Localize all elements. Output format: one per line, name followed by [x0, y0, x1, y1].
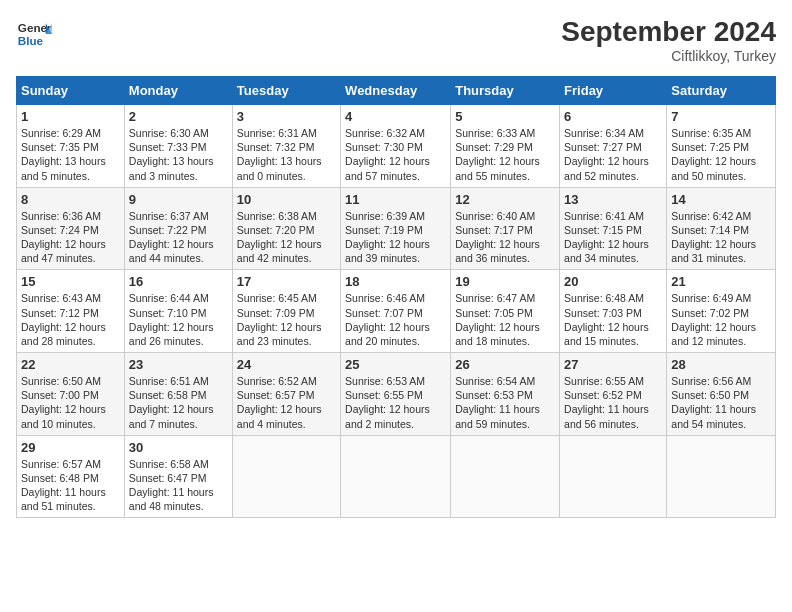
day-info: Sunrise: 6:49 AM Sunset: 7:02 PM Dayligh… [671, 291, 771, 348]
day-info: Sunrise: 6:31 AM Sunset: 7:32 PM Dayligh… [237, 126, 336, 183]
col-monday: Monday [124, 77, 232, 105]
day-number: 3 [237, 109, 336, 124]
calendar-cell: 29 Sunrise: 6:57 AM Sunset: 6:48 PM Dayl… [17, 435, 125, 518]
calendar-row: 15 Sunrise: 6:43 AM Sunset: 7:12 PM Dayl… [17, 270, 776, 353]
day-info: Sunrise: 6:44 AM Sunset: 7:10 PM Dayligh… [129, 291, 228, 348]
title-block: September 2024 Ciftlikkoy, Turkey [561, 16, 776, 64]
day-number: 7 [671, 109, 771, 124]
day-info: Sunrise: 6:30 AM Sunset: 7:33 PM Dayligh… [129, 126, 228, 183]
day-number: 24 [237, 357, 336, 372]
calendar-cell: 24 Sunrise: 6:52 AM Sunset: 6:57 PM Dayl… [232, 353, 340, 436]
day-number: 5 [455, 109, 555, 124]
calendar-cell [560, 435, 667, 518]
day-number: 27 [564, 357, 662, 372]
day-info: Sunrise: 6:52 AM Sunset: 6:57 PM Dayligh… [237, 374, 336, 431]
day-info: Sunrise: 6:47 AM Sunset: 7:05 PM Dayligh… [455, 291, 555, 348]
calendar-cell [667, 435, 776, 518]
day-number: 11 [345, 192, 446, 207]
calendar-cell: 1 Sunrise: 6:29 AM Sunset: 7:35 PM Dayli… [17, 105, 125, 188]
calendar-row: 8 Sunrise: 6:36 AM Sunset: 7:24 PM Dayli… [17, 187, 776, 270]
calendar-cell: 10 Sunrise: 6:38 AM Sunset: 7:20 PM Dayl… [232, 187, 340, 270]
day-number: 14 [671, 192, 771, 207]
day-number: 6 [564, 109, 662, 124]
day-number: 17 [237, 274, 336, 289]
calendar-cell: 14 Sunrise: 6:42 AM Sunset: 7:14 PM Dayl… [667, 187, 776, 270]
day-info: Sunrise: 6:39 AM Sunset: 7:19 PM Dayligh… [345, 209, 446, 266]
day-info: Sunrise: 6:34 AM Sunset: 7:27 PM Dayligh… [564, 126, 662, 183]
logo-icon: General Blue [16, 16, 52, 52]
col-wednesday: Wednesday [341, 77, 451, 105]
calendar-cell: 19 Sunrise: 6:47 AM Sunset: 7:05 PM Dayl… [451, 270, 560, 353]
day-number: 4 [345, 109, 446, 124]
day-info: Sunrise: 6:36 AM Sunset: 7:24 PM Dayligh… [21, 209, 120, 266]
calendar-cell: 6 Sunrise: 6:34 AM Sunset: 7:27 PM Dayli… [560, 105, 667, 188]
calendar-cell: 18 Sunrise: 6:46 AM Sunset: 7:07 PM Dayl… [341, 270, 451, 353]
col-friday: Friday [560, 77, 667, 105]
calendar-cell: 5 Sunrise: 6:33 AM Sunset: 7:29 PM Dayli… [451, 105, 560, 188]
day-info: Sunrise: 6:46 AM Sunset: 7:07 PM Dayligh… [345, 291, 446, 348]
calendar-cell: 7 Sunrise: 6:35 AM Sunset: 7:25 PM Dayli… [667, 105, 776, 188]
day-number: 1 [21, 109, 120, 124]
col-tuesday: Tuesday [232, 77, 340, 105]
day-number: 10 [237, 192, 336, 207]
day-info: Sunrise: 6:32 AM Sunset: 7:30 PM Dayligh… [345, 126, 446, 183]
day-number: 30 [129, 440, 228, 455]
calendar-cell [341, 435, 451, 518]
calendar-cell: 3 Sunrise: 6:31 AM Sunset: 7:32 PM Dayli… [232, 105, 340, 188]
day-number: 23 [129, 357, 228, 372]
day-number: 2 [129, 109, 228, 124]
day-number: 15 [21, 274, 120, 289]
day-number: 18 [345, 274, 446, 289]
header-row: Sunday Monday Tuesday Wednesday Thursday… [17, 77, 776, 105]
calendar-row: 29 Sunrise: 6:57 AM Sunset: 6:48 PM Dayl… [17, 435, 776, 518]
day-number: 12 [455, 192, 555, 207]
day-number: 9 [129, 192, 228, 207]
day-number: 20 [564, 274, 662, 289]
calendar-cell: 15 Sunrise: 6:43 AM Sunset: 7:12 PM Dayl… [17, 270, 125, 353]
day-number: 21 [671, 274, 771, 289]
col-saturday: Saturday [667, 77, 776, 105]
day-info: Sunrise: 6:45 AM Sunset: 7:09 PM Dayligh… [237, 291, 336, 348]
logo: General Blue [16, 16, 52, 52]
calendar-table: Sunday Monday Tuesday Wednesday Thursday… [16, 76, 776, 518]
calendar-cell: 11 Sunrise: 6:39 AM Sunset: 7:19 PM Dayl… [341, 187, 451, 270]
calendar-cell: 21 Sunrise: 6:49 AM Sunset: 7:02 PM Dayl… [667, 270, 776, 353]
day-info: Sunrise: 6:42 AM Sunset: 7:14 PM Dayligh… [671, 209, 771, 266]
calendar-row: 1 Sunrise: 6:29 AM Sunset: 7:35 PM Dayli… [17, 105, 776, 188]
calendar-row: 22 Sunrise: 6:50 AM Sunset: 7:00 PM Dayl… [17, 353, 776, 436]
day-info: Sunrise: 6:41 AM Sunset: 7:15 PM Dayligh… [564, 209, 662, 266]
day-info: Sunrise: 6:40 AM Sunset: 7:17 PM Dayligh… [455, 209, 555, 266]
day-number: 19 [455, 274, 555, 289]
col-thursday: Thursday [451, 77, 560, 105]
month-title: September 2024 [561, 16, 776, 48]
day-info: Sunrise: 6:56 AM Sunset: 6:50 PM Dayligh… [671, 374, 771, 431]
calendar-cell: 30 Sunrise: 6:58 AM Sunset: 6:47 PM Dayl… [124, 435, 232, 518]
day-number: 22 [21, 357, 120, 372]
day-info: Sunrise: 6:58 AM Sunset: 6:47 PM Dayligh… [129, 457, 228, 514]
svg-text:Blue: Blue [18, 34, 44, 47]
calendar-cell: 9 Sunrise: 6:37 AM Sunset: 7:22 PM Dayli… [124, 187, 232, 270]
day-info: Sunrise: 6:37 AM Sunset: 7:22 PM Dayligh… [129, 209, 228, 266]
day-info: Sunrise: 6:50 AM Sunset: 7:00 PM Dayligh… [21, 374, 120, 431]
day-info: Sunrise: 6:35 AM Sunset: 7:25 PM Dayligh… [671, 126, 771, 183]
day-number: 29 [21, 440, 120, 455]
calendar-cell: 27 Sunrise: 6:55 AM Sunset: 6:52 PM Dayl… [560, 353, 667, 436]
calendar-cell: 4 Sunrise: 6:32 AM Sunset: 7:30 PM Dayli… [341, 105, 451, 188]
day-info: Sunrise: 6:53 AM Sunset: 6:55 PM Dayligh… [345, 374, 446, 431]
day-info: Sunrise: 6:57 AM Sunset: 6:48 PM Dayligh… [21, 457, 120, 514]
day-number: 25 [345, 357, 446, 372]
calendar-cell [451, 435, 560, 518]
day-number: 16 [129, 274, 228, 289]
calendar-cell [232, 435, 340, 518]
day-number: 28 [671, 357, 771, 372]
calendar-cell: 12 Sunrise: 6:40 AM Sunset: 7:17 PM Dayl… [451, 187, 560, 270]
calendar-cell: 20 Sunrise: 6:48 AM Sunset: 7:03 PM Dayl… [560, 270, 667, 353]
calendar-cell: 17 Sunrise: 6:45 AM Sunset: 7:09 PM Dayl… [232, 270, 340, 353]
day-number: 8 [21, 192, 120, 207]
calendar-cell: 26 Sunrise: 6:54 AM Sunset: 6:53 PM Dayl… [451, 353, 560, 436]
day-info: Sunrise: 6:43 AM Sunset: 7:12 PM Dayligh… [21, 291, 120, 348]
calendar-cell: 16 Sunrise: 6:44 AM Sunset: 7:10 PM Dayl… [124, 270, 232, 353]
calendar-cell: 13 Sunrise: 6:41 AM Sunset: 7:15 PM Dayl… [560, 187, 667, 270]
calendar-cell: 23 Sunrise: 6:51 AM Sunset: 6:58 PM Dayl… [124, 353, 232, 436]
calendar-cell: 2 Sunrise: 6:30 AM Sunset: 7:33 PM Dayli… [124, 105, 232, 188]
